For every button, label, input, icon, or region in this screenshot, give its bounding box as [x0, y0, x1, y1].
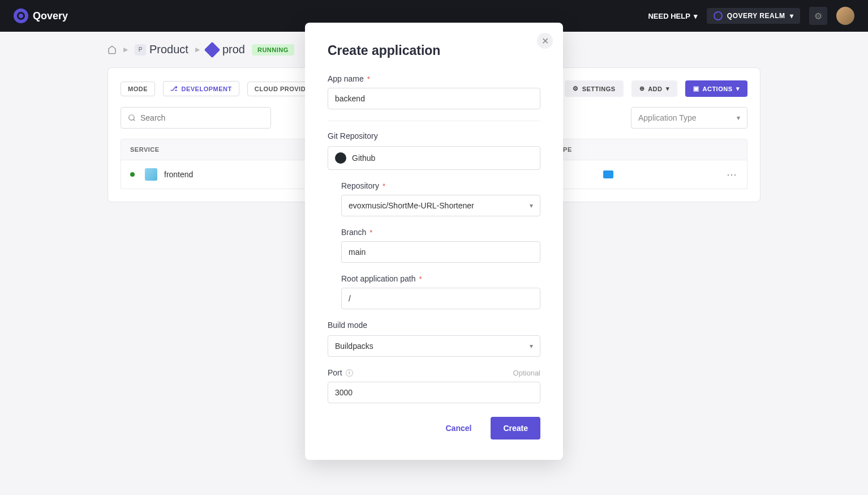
- git-section-label: Git Repository: [328, 121, 540, 140]
- repository-label: Repository*: [341, 181, 540, 190]
- build-mode-label: Build mode: [328, 321, 540, 330]
- root-path-input[interactable]: [341, 288, 540, 309]
- root-path-label: Root application path*: [341, 274, 540, 283]
- chevron-down-icon: ▾: [530, 202, 533, 210]
- modal-footer: Cancel Create: [328, 417, 540, 439]
- app-name-label: App name*: [328, 74, 540, 83]
- close-button[interactable]: ✕: [537, 33, 553, 49]
- github-icon: [335, 152, 346, 164]
- create-button[interactable]: Create: [491, 417, 540, 439]
- branch-input[interactable]: [341, 241, 540, 263]
- repository-select[interactable]: evoxmusic/ShortMe-URL-Shortener ▾: [341, 195, 540, 216]
- modal-title: Create application: [328, 43, 540, 58]
- info-icon[interactable]: i: [346, 369, 353, 377]
- port-input[interactable]: [328, 382, 540, 403]
- modal-overlay: ✕ Create application App name* Git Repos…: [0, 0, 868, 495]
- port-label: Port i Optional: [328, 368, 540, 377]
- build-mode-select[interactable]: Buildpacks ▾: [328, 335, 540, 357]
- cancel-button[interactable]: Cancel: [437, 418, 479, 438]
- chevron-down-icon: ▾: [530, 342, 533, 350]
- git-provider-select[interactable]: Github: [328, 146, 540, 170]
- app-name-input[interactable]: [328, 88, 540, 109]
- create-application-modal: ✕ Create application App name* Git Repos…: [305, 23, 563, 460]
- branch-label: Branch*: [341, 228, 540, 237]
- close-icon: ✕: [542, 36, 549, 46]
